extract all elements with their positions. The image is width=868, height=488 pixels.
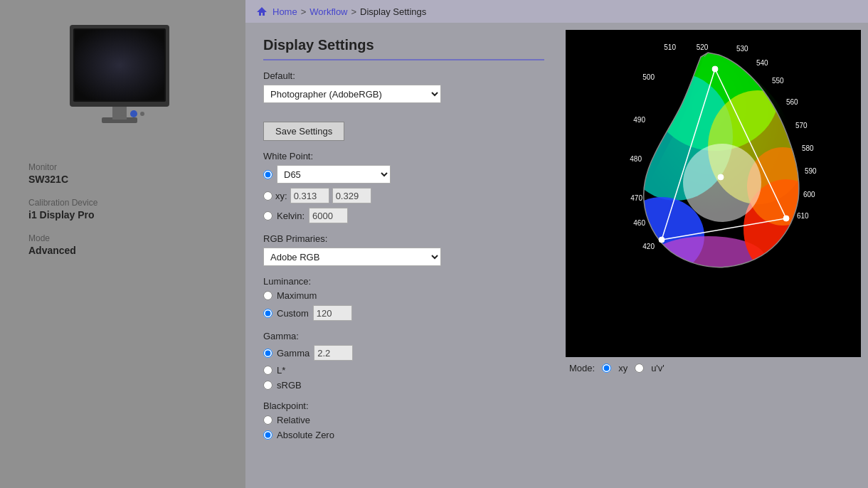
svg-rect-4 [75, 30, 164, 100]
home-link[interactable]: Home [272, 6, 297, 17]
xy-label: xy: [275, 191, 287, 201]
svg-text:610: 610 [797, 212, 809, 220]
gamma-srgb-label: sRGB [277, 380, 302, 391]
svg-text:500: 500 [642, 73, 655, 81]
gamma-srgb-radio[interactable] [263, 381, 272, 390]
monitor-label: Monitor [28, 162, 245, 172]
blackpoint-label: Blackpoint: [263, 401, 544, 411]
wp-kelvin-row: Kelvin: [263, 208, 544, 223]
lum-max-row: Maximum [263, 290, 544, 301]
luminance-section: Luminance: Maximum Custom [263, 276, 544, 321]
settings-panel: Display Settings Default: Photographer (… [245, 23, 562, 488]
save-button[interactable]: Save Settings [263, 122, 344, 141]
svg-point-5 [130, 110, 137, 117]
content-area: Display Settings Default: Photographer (… [245, 23, 868, 488]
bp-relative-radio[interactable] [263, 415, 272, 425]
default-section: Default: Photographer (AdobeRGB) sRGB Cu… [263, 70, 544, 103]
svg-text:540: 540 [756, 59, 768, 67]
sidebar-info: Monitor SW321C Calibration Device i1 Dis… [0, 149, 245, 256]
kelvin-label: Kelvin: [277, 211, 305, 221]
svg-point-20 [712, 66, 718, 72]
svg-text:510: 510 [664, 43, 676, 51]
default-select[interactable]: Photographer (AdobeRGB) sRGB Custom [263, 85, 441, 103]
default-label: Default: [263, 70, 544, 81]
rgb-primaries-select[interactable]: Adobe RGB sRGB DCI-P3 BT.2020 [263, 248, 441, 266]
chromaticity-svg: 520 530 540 550 560 570 580 590 600 610 … [566, 30, 861, 357]
sep1: > [301, 6, 307, 17]
svg-text:550: 550 [772, 77, 784, 85]
gamma-value-row: Gamma [263, 345, 544, 361]
gamma-lstar-row: L* [263, 365, 544, 376]
home-icon [256, 6, 268, 17]
breadcrumb: Home > Workflow > Display Settings [245, 0, 868, 23]
gamma-val-radio[interactable] [263, 349, 272, 358]
gamma-lstar-label: L* [277, 365, 285, 376]
workflow-link[interactable]: Workflow [309, 6, 347, 17]
svg-text:480: 480 [630, 155, 642, 163]
luminance-options: Maximum Custom [263, 290, 544, 321]
lum-max-label: Maximum [277, 290, 317, 301]
blackpoint-section: Blackpoint: Relative Absolute Zero [263, 401, 544, 440]
svg-text:490: 490 [633, 116, 645, 124]
gamma-section: Gamma: Gamma L* sRGB [263, 331, 544, 391]
rgb-primaries-label: RGB Primaries: [263, 233, 544, 244]
xy-y-input[interactable] [332, 188, 371, 203]
wp-kelvin-radio[interactable] [263, 211, 272, 221]
svg-point-7 [140, 112, 144, 116]
mode-xy-label[interactable]: xy [618, 363, 628, 373]
diagram-panel: 520 530 540 550 560 570 580 590 600 610 … [562, 23, 868, 488]
svg-point-21 [659, 237, 665, 243]
bp-absolute-row: Absolute Zero [263, 430, 544, 440]
rgb-primaries-section: RGB Primaries: Adobe RGB sRGB DCI-P3 BT.… [263, 233, 544, 266]
wp-d65-row: D65 D50 D55 D75 [263, 165, 544, 184]
gamma-srgb-row: sRGB [263, 380, 544, 391]
device-value: i1 Display Pro [28, 209, 245, 221]
luminance-label: Luminance: [263, 276, 544, 287]
gamma-options: Gamma L* sRGB [263, 345, 544, 391]
monitor-value: SW321C [28, 174, 245, 185]
svg-text:570: 570 [795, 122, 808, 129]
monitor-image [63, 14, 184, 135]
breadcrumb-current: Display Settings [360, 6, 426, 17]
main-area: Home > Workflow > Display Settings Displ… [245, 0, 868, 488]
wp-d65-radio[interactable] [263, 170, 272, 179]
sep2: > [351, 6, 357, 17]
bp-relative-row: Relative [263, 415, 544, 425]
lum-custom-row: Custom [263, 305, 544, 321]
svg-text:590: 590 [805, 167, 817, 175]
svg-text:470: 470 [630, 194, 642, 202]
svg-point-6 [121, 112, 125, 116]
sidebar: Monitor SW321C Calibration Device i1 Dis… [0, 0, 245, 488]
svg-point-22 [783, 216, 789, 221]
svg-text:420: 420 [642, 243, 655, 250]
diagram-mode-label: Mode: [569, 363, 595, 373]
page-title: Display Settings [263, 37, 544, 60]
mode-value: Advanced [28, 245, 245, 256]
mode-xy-radio[interactable] [602, 364, 611, 373]
svg-text:520: 520 [697, 43, 709, 51]
gamma-lstar-radio[interactable] [263, 366, 272, 375]
bp-absolute-radio[interactable] [263, 430, 272, 440]
gamma-value-input[interactable] [314, 345, 353, 361]
svg-point-16 [683, 144, 761, 222]
lum-custom-radio[interactable] [263, 309, 272, 318]
wp-d65-select[interactable]: D65 D50 D55 D75 [277, 165, 391, 184]
svg-text:560: 560 [786, 98, 798, 106]
bp-absolute-label: Absolute Zero [277, 430, 334, 440]
white-point-label: White Point: [263, 151, 544, 161]
device-label: Calibration Device [28, 198, 245, 208]
kelvin-input[interactable] [309, 208, 348, 223]
mode-label: Mode [28, 233, 245, 243]
xy-x-input[interactable] [290, 188, 329, 203]
white-point-options: D65 D50 D55 D75 xy: Kelvi [263, 165, 544, 223]
mode-uv-radio[interactable] [635, 364, 644, 373]
bp-relative-label: Relative [277, 415, 310, 425]
mode-uv-label[interactable]: u'v' [651, 363, 665, 373]
lum-value-input[interactable] [313, 305, 352, 321]
wp-xy-radio[interactable] [263, 191, 272, 201]
lum-custom-label: Custom [277, 308, 309, 319]
svg-text:460: 460 [633, 219, 645, 227]
gamma-label: Gamma: [263, 331, 544, 341]
lum-max-radio[interactable] [263, 291, 272, 300]
svg-text:580: 580 [802, 144, 814, 152]
